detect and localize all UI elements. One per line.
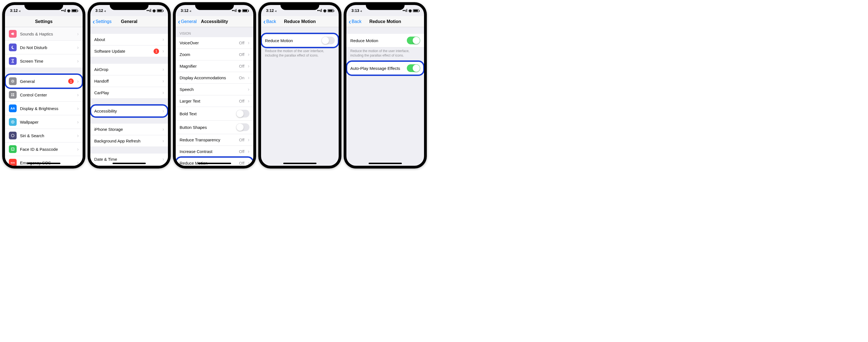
settings-row[interactable]: VoiceOver Off› [176, 37, 253, 49]
settings-row[interactable]: Keyboard › [90, 165, 168, 166]
status-time: 3:12 ◃ [181, 8, 191, 13]
chevron-icon: › [162, 78, 164, 84]
sounds-icon [9, 30, 17, 38]
wifi-icon: ◉ [323, 8, 327, 13]
toggle-switch[interactable] [236, 110, 249, 118]
chevron-icon: › [162, 138, 164, 144]
svg-text:SOS: SOS [11, 162, 15, 164]
cell-label: Magnifier [180, 64, 236, 68]
cell-label: Background App Refresh [94, 138, 159, 143]
chevron-icon: › [248, 87, 249, 92]
settings-row[interactable]: Reduce Motion Off› [176, 157, 253, 166]
settings-row[interactable]: Larger Text Off› [176, 95, 253, 107]
settings-row[interactable]: iPhone Storage › [90, 124, 168, 135]
settings-row[interactable]: Screen Time › [5, 54, 83, 68]
content-scroll[interactable]: Vision VoiceOver Off› Zoom Off› Magnifie… [176, 27, 253, 166]
chevron-icon: › [162, 90, 164, 96]
content-scroll[interactable]: Reduce Motion Reduce the motion of the u… [346, 27, 424, 166]
back-button[interactable]: Back [349, 19, 362, 24]
home-indicator[interactable] [198, 163, 231, 164]
back-button[interactable]: Settings [93, 19, 112, 24]
toggle-switch[interactable] [236, 123, 249, 131]
content-scroll[interactable]: Reduce Motion Reduce the motion of the u… [261, 27, 339, 166]
cell-label: Software Update [94, 49, 150, 54]
cell-label: Accessibility [94, 108, 159, 113]
cell-label: Wallpaper [20, 120, 74, 124]
cell-label: Control Center [20, 93, 74, 97]
settings-row[interactable]: Siri & Search › [5, 129, 83, 143]
home-indicator[interactable] [283, 163, 316, 164]
chevron-icon: › [77, 79, 79, 84]
toggle-switch[interactable] [321, 37, 335, 44]
settings-row[interactable]: Do Not Disturb › [5, 41, 83, 54]
settings-row[interactable]: Speech › [176, 84, 253, 95]
settings-row[interactable]: SOS Emergency SOS › [5, 156, 83, 166]
cell-label: Siri & Search [20, 133, 74, 138]
status-indicators: ••ıl ◉ [232, 8, 248, 13]
settings-row[interactable]: Accessibility › [90, 105, 168, 117]
screen: 3:12 ◃ ••ıl ◉ Settings General About › S… [90, 5, 168, 166]
battery-icon [328, 9, 334, 12]
chevron-icon: › [77, 58, 79, 64]
settings-row[interactable]: Software Update 1› [90, 45, 168, 57]
content-scroll[interactable]: Sounds & Haptics › Do Not Disturb › Scre… [5, 27, 83, 166]
settings-row[interactable]: Bold Text [176, 107, 253, 121]
settings-row[interactable]: Face ID & Passcode › [5, 143, 83, 156]
settings-row[interactable]: Sounds & Haptics › [5, 27, 83, 41]
chevron-icon: › [162, 126, 164, 132]
settings-row[interactable]: Wallpaper › [5, 115, 83, 129]
screen: 3:13 ◃ ••ıl ◉ Back Reduce Motion Reduce … [346, 5, 424, 166]
nav-bar: General Accessibility [176, 16, 253, 27]
settings-row[interactable]: Control Center › [5, 88, 83, 102]
content-scroll[interactable]: About › Software Update 1› AirDrop › Han… [90, 27, 168, 166]
notch [280, 2, 319, 10]
back-button[interactable]: General [178, 19, 197, 24]
settings-row[interactable]: Background App Refresh › [90, 135, 168, 147]
cell-value: On [239, 75, 244, 80]
nav-title: General [121, 19, 137, 24]
section-footer: Reduce the motion of the user interface,… [261, 48, 339, 59]
cell-value: Off [239, 99, 244, 103]
cell-label: Auto-Play Message Effects [350, 66, 404, 71]
phone-frame: 3:12 ◃ ••ıl ◉ Back Reduce Motion Reduce … [258, 2, 341, 168]
phone-frame: 3:12 ◃ ••ıl ◉ General Accessibility Visi… [173, 2, 256, 168]
settings-row[interactable]: Handoff › [90, 75, 168, 87]
phone-frame: 3:12 ◃ ••ıl ◉ Settings Sounds & Haptics … [2, 2, 85, 168]
back-button[interactable]: Back [263, 19, 276, 24]
settings-row[interactable]: Display Accommodations On› [176, 72, 253, 84]
settings-row[interactable]: AirDrop › [90, 64, 168, 75]
signal-icon: ••ıl [146, 8, 151, 13]
settings-row[interactable]: Zoom Off› [176, 49, 253, 60]
screen: 3:12 ◃ ••ıl ◉ General Accessibility Visi… [176, 5, 253, 166]
cell-value: Off [239, 137, 244, 142]
svg-text:AA: AA [10, 107, 15, 110]
chevron-icon: › [77, 92, 79, 98]
svg-rect-2 [13, 93, 14, 94]
settings-row[interactable]: Auto-Play Message Effects [346, 62, 424, 75]
toggle-switch[interactable] [407, 37, 420, 44]
home-indicator[interactable] [113, 163, 146, 164]
chevron-icon: › [162, 156, 164, 162]
home-indicator[interactable] [27, 163, 60, 164]
svg-point-0 [12, 81, 13, 82]
settings-row[interactable]: Reduce Motion [346, 34, 424, 48]
cell-label: Speech [180, 87, 244, 92]
cell-label: General [20, 79, 65, 84]
settings-row[interactable]: AA Display & Brightness › [5, 102, 83, 115]
settings-row[interactable]: About › [90, 34, 168, 45]
settings-row[interactable]: Reduce Transparency Off› [176, 134, 253, 146]
chevron-icon: › [162, 66, 164, 72]
settings-row[interactable]: CarPlay › [90, 87, 168, 99]
settings-row[interactable]: Button Shapes [176, 121, 253, 134]
cell-label: VoiceOver [180, 40, 236, 45]
cell-label: Screen Time [20, 59, 74, 63]
settings-row[interactable]: Reduce Motion [261, 34, 339, 48]
settings-row[interactable]: General 1› [5, 74, 83, 88]
toggle-switch[interactable] [407, 64, 420, 72]
wifi-icon: ◉ [67, 8, 70, 13]
settings-row[interactable]: Increase Contrast Off› [176, 146, 253, 157]
badge: 1 [68, 79, 74, 84]
settings-row[interactable]: Magnifier Off› [176, 60, 253, 72]
home-indicator[interactable] [369, 163, 402, 164]
faceid-icon [9, 145, 17, 153]
